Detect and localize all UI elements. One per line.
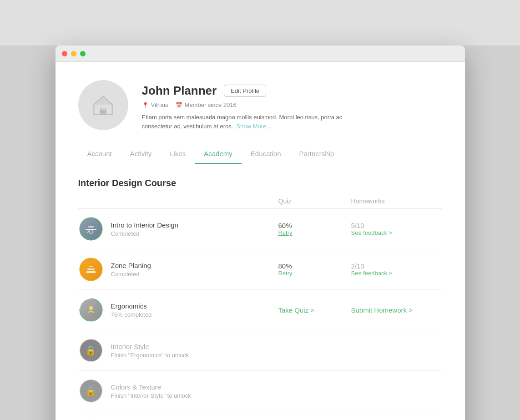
tab-education[interactable]: Education xyxy=(242,144,290,164)
avatar-icon: 5d xyxy=(91,93,116,118)
member-since-text: Member since 2016 xyxy=(185,101,237,108)
hw-col-1: 2/10 See feedback > xyxy=(351,262,442,277)
profile-info: John Planner Edit Profile 📍 Vilnius 📅 Me… xyxy=(142,80,442,131)
hw-feedback-1[interactable]: See feedback > xyxy=(351,270,442,277)
traffic-lights xyxy=(62,51,86,56)
course-details-4: Colors & Texture Finish "Interior Style"… xyxy=(111,383,278,399)
course-status-1: Completed xyxy=(111,271,278,278)
tab-partnership[interactable]: Partnership xyxy=(290,144,343,164)
course-title: Interior Design Course xyxy=(78,178,442,188)
course-status-3: Finish "Ergonomics" to unlock xyxy=(111,352,278,359)
tab-likes[interactable]: Likes xyxy=(161,144,195,164)
lock-icon-4: 🔒 xyxy=(85,385,96,396)
quiz-score-1: 80% xyxy=(278,262,351,270)
avatar: 5d xyxy=(78,80,128,130)
svg-point-8 xyxy=(89,230,93,233)
course-status-4: Finish "Interior Style" to unlock xyxy=(111,392,278,399)
course-icon-2 xyxy=(78,297,104,323)
minimize-button[interactable] xyxy=(71,51,76,56)
tab-account[interactable]: Account xyxy=(78,144,121,164)
hw-feedback-0[interactable]: See feedback > xyxy=(351,229,442,236)
course-thumb-1 xyxy=(80,258,102,280)
course-thumb-0 xyxy=(80,218,102,240)
svg-rect-12 xyxy=(86,271,96,273)
course-row-3: 🔒 Interior Style Finish "Ergonomics" to … xyxy=(78,330,442,371)
course-name-2: Ergonomics xyxy=(111,302,278,310)
course-icon-0 xyxy=(78,216,104,242)
quiz-retry-0[interactable]: Retry xyxy=(278,229,351,236)
course-details-1: Zone Planing Completed xyxy=(111,262,278,278)
col-hw-header: Homeworks xyxy=(351,197,442,205)
quiz-col-0: 60% Retry xyxy=(278,222,351,236)
hw-col-0: 5/10 See feedback > xyxy=(351,222,442,236)
hw-col-2: Submit Homework > xyxy=(351,306,442,314)
app-window: 5d John Planner Edit Profile 📍 Vilnius xyxy=(56,46,465,420)
course-thumb-4: 🔒 xyxy=(80,380,102,402)
edit-profile-button[interactable]: Edit Profile xyxy=(224,85,266,97)
course-name-3: Interior Style xyxy=(111,343,278,350)
profile-meta: 📍 Vilnius 📅 Member since 2016 xyxy=(142,101,442,108)
close-button[interactable] xyxy=(62,51,67,56)
course-row-5: 🔒 Colors & Texture Finish "Colors & Text… xyxy=(78,411,442,420)
tabs-nav: Account Activity Likes Academy Education… xyxy=(78,144,442,164)
course-icon-3: 🔒 xyxy=(78,338,104,363)
svg-text:5d: 5d xyxy=(100,108,106,115)
course-status-0: Completed xyxy=(111,230,278,237)
profile-section: 5d John Planner Edit Profile 📍 Vilnius xyxy=(78,80,442,131)
course-row-1: Zone Planing Completed 80% Retry 2/10 Se… xyxy=(78,249,442,290)
col-quiz-header: Quiz xyxy=(278,197,351,205)
course-thumb-2 xyxy=(80,299,102,321)
quiz-score-0: 60% xyxy=(278,222,351,229)
svg-rect-13 xyxy=(87,268,95,270)
location-text: Vilnius xyxy=(151,101,168,108)
desktop: 5d John Planner Edit Profile 📍 Vilnius xyxy=(0,0,520,420)
hw-score-1: 2/10 xyxy=(351,262,442,270)
course-details-0: Intro to Interior Design Completed xyxy=(111,221,278,237)
course-details-2: Ergonomics 75% completed xyxy=(111,302,278,318)
svg-point-17 xyxy=(89,306,93,310)
svg-rect-7 xyxy=(88,226,94,228)
profile-name: John Planner xyxy=(142,84,217,98)
svg-marker-1 xyxy=(94,96,112,104)
show-more-link[interactable]: Show More... xyxy=(237,123,272,130)
calendar-icon: 📅 xyxy=(176,102,182,108)
course-section: Interior Design Course Quiz Homeworks xyxy=(78,178,442,420)
tab-academy[interactable]: Academy xyxy=(195,144,242,164)
location-item: 📍 Vilnius xyxy=(142,101,168,108)
course-row-4: 🔒 Colors & Texture Finish "Interior Styl… xyxy=(78,371,442,411)
course-thumb-3: 🔒 xyxy=(80,339,102,361)
tab-activity[interactable]: Activity xyxy=(121,144,161,164)
hw-score-0: 5/10 xyxy=(351,222,442,229)
submit-hw-2[interactable]: Submit Homework > xyxy=(351,306,442,314)
take-quiz-2[interactable]: Take Quiz > xyxy=(278,306,351,314)
title-bar xyxy=(56,46,465,62)
course-row-0: Intro to Interior Design Completed 60% R… xyxy=(78,209,442,249)
profile-name-row: John Planner Edit Profile xyxy=(142,84,442,98)
member-since-item: 📅 Member since 2016 xyxy=(176,101,237,108)
course-name-0: Intro to Interior Design xyxy=(111,221,278,229)
course-details-3: Interior Style Finish "Ergonomics" to un… xyxy=(111,343,278,359)
course-icon-4: 🔒 xyxy=(78,378,104,404)
course-table-header: Quiz Homeworks xyxy=(78,197,442,209)
lock-icon-3: 🔒 xyxy=(85,345,96,356)
course-row-2: Ergonomics 75% completed Take Quiz > Sub… xyxy=(78,290,442,330)
course-icon-1 xyxy=(78,257,104,282)
maximize-button[interactable] xyxy=(80,51,86,56)
svg-rect-14 xyxy=(89,266,93,267)
course-name-1: Zone Planing xyxy=(111,262,278,269)
quiz-col-2: Take Quiz > xyxy=(278,306,351,314)
quiz-retry-1[interactable]: Retry xyxy=(278,270,351,277)
course-name-4: Colors & Texture xyxy=(111,383,278,391)
profile-bio: Etiam porta sem malesuada magna mollis e… xyxy=(142,113,351,131)
course-status-2: 75% completed xyxy=(111,311,278,318)
main-content: 5d John Planner Edit Profile 📍 Vilnius xyxy=(56,62,465,420)
location-icon: 📍 xyxy=(142,102,149,108)
quiz-col-1: 80% Retry xyxy=(278,262,351,277)
